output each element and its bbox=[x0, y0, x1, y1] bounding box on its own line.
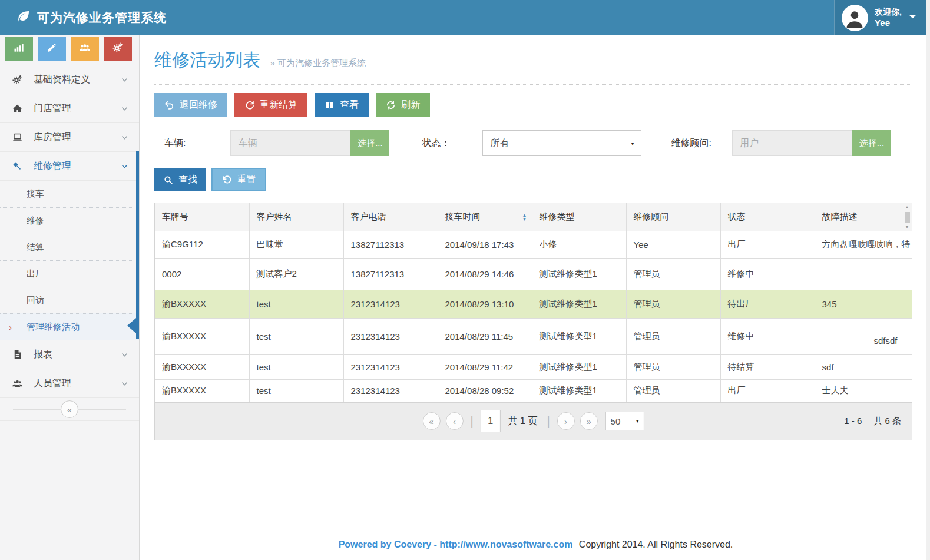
table-cell: test bbox=[249, 380, 343, 402]
sidebar-item-leave-factory[interactable]: › 出厂 bbox=[0, 260, 139, 287]
advisor-picker: 选择... bbox=[732, 130, 891, 156]
sort-icon[interactable]: ▲ ▼ bbox=[522, 213, 527, 221]
column-header-fault-desc[interactable]: 故障描述 bbox=[815, 203, 902, 231]
table-row[interactable]: 0002 测试客户2 13827112313 2014/08/29 14:46 … bbox=[155, 259, 912, 290]
table-cell: sdf bbox=[815, 355, 912, 380]
page-number-input[interactable] bbox=[481, 410, 501, 432]
advisor-choose-button[interactable]: 选择... bbox=[852, 130, 891, 156]
scroll-down-icon[interactable]: ▼ bbox=[905, 225, 909, 229]
table-cell: 管理员 bbox=[626, 380, 720, 402]
sidebar-item-manage-repair-activity[interactable]: › 管理维修活动 bbox=[0, 313, 139, 340]
column-header-receive-time[interactable]: 接车时间 ▲ ▼ bbox=[438, 203, 532, 231]
table-cell: 测试维修类型1 bbox=[532, 319, 626, 355]
view-button[interactable]: 查看 bbox=[315, 93, 369, 117]
table-row[interactable]: 渝BXXXXX test 2312314123 2014/08/28 09:52… bbox=[155, 380, 912, 402]
first-page-button[interactable]: « bbox=[422, 412, 440, 430]
toolbar: 退回维修 重新结算 查看 刷新 bbox=[154, 93, 912, 117]
page-scrollbar[interactable] bbox=[926, 0, 930, 560]
refresh-icon bbox=[386, 100, 396, 110]
sidebar-item-repair[interactable]: › 维修 bbox=[0, 207, 139, 234]
table-cell bbox=[815, 259, 912, 290]
record-total: 共 6 条 bbox=[873, 416, 901, 427]
table-cell: 维修中 bbox=[720, 319, 815, 355]
leaf-logo-icon bbox=[16, 9, 31, 26]
table-cell: 出厂 bbox=[720, 231, 815, 259]
search-icon bbox=[163, 175, 173, 185]
sidebar-item-receive-car[interactable]: › 接车 bbox=[0, 181, 139, 207]
table-cell: 13827112313 bbox=[343, 259, 438, 290]
column-header-advisor[interactable]: 维修顾问 bbox=[626, 203, 720, 231]
sidebar-item-label: 库房管理 bbox=[34, 131, 71, 144]
sidebar-item-label: 维修管理 bbox=[34, 160, 71, 173]
sidebar-item-warehouse[interactable]: 库房管理 bbox=[0, 122, 139, 151]
table-cell: 管理员 bbox=[626, 355, 720, 380]
table-cell: 渝BXXXXX bbox=[155, 355, 249, 380]
advisor-input[interactable] bbox=[732, 130, 852, 156]
vehicle-choose-button[interactable]: 选择... bbox=[350, 130, 389, 156]
sidebar-item-label: 报表 bbox=[34, 349, 52, 361]
reset-button[interactable]: 重置 bbox=[211, 168, 266, 191]
sidebar-item-repair-mgmt[interactable]: 维修管理 bbox=[0, 151, 139, 180]
status-select[interactable]: 所有 ▾ bbox=[482, 130, 641, 156]
edit-shortcut-button[interactable] bbox=[38, 37, 66, 61]
user-menu[interactable]: 欢迎你, Yee bbox=[834, 0, 930, 35]
page-size-value: 50 bbox=[611, 416, 621, 426]
status-label: 状态： bbox=[422, 137, 450, 150]
table-cell: 345 bbox=[815, 290, 912, 319]
table-cell: test bbox=[249, 290, 343, 319]
scroll-up-icon[interactable]: ▲ bbox=[905, 205, 909, 209]
vehicle-label: 车辆: bbox=[164, 137, 186, 150]
page-title: 维修活动列表 bbox=[154, 50, 260, 69]
column-header-customer-name[interactable]: 客户姓名 bbox=[249, 203, 343, 231]
find-button[interactable]: 查找 bbox=[154, 168, 206, 191]
table-row[interactable]: 渝C9G112 巴味堂 13827112313 2014/09/18 17:43… bbox=[155, 231, 912, 259]
pagination-controls: « ‹ | 共 1 页 | › » 50 ▾ bbox=[422, 410, 644, 432]
next-page-button[interactable]: › bbox=[557, 412, 575, 430]
vehicle-input[interactable] bbox=[230, 130, 350, 156]
active-item-arrow bbox=[127, 318, 136, 333]
collapse-sidebar-button[interactable]: « bbox=[61, 400, 78, 418]
stats-shortcut-button[interactable] bbox=[5, 37, 33, 61]
sidebar-item-reports[interactable]: 报表 bbox=[0, 340, 139, 369]
settings-shortcut-button[interactable] bbox=[104, 37, 132, 61]
resettle-button[interactable]: 重新结算 bbox=[234, 93, 307, 117]
table-row[interactable]: 渝BXXXXX test 2312314123 2014/08/29 11:45… bbox=[155, 319, 912, 355]
user-name: Yee bbox=[875, 17, 902, 29]
refresh-button[interactable]: 刷新 bbox=[376, 93, 430, 117]
copyright-text: Copyright 2014. All Rights Reserved. bbox=[579, 539, 733, 549]
prev-page-button[interactable]: ‹ bbox=[445, 412, 463, 430]
sidebar-menu: 基础资料定义 门店管理 库房管理 维修管理 › 接车 bbox=[0, 65, 139, 397]
column-header-customer-phone[interactable]: 客户电话 bbox=[343, 203, 438, 231]
arrow-right-icon: › bbox=[9, 322, 12, 332]
column-header-status[interactable]: 状态 bbox=[720, 203, 815, 231]
page-head: 维修活动列表 » 可为汽修业务管理系统 bbox=[154, 35, 912, 85]
table-row[interactable]: 渝BXXXXX test 2312314123 2014/08/29 11:42… bbox=[155, 355, 912, 380]
sidebar-item-label: 出厂 bbox=[27, 269, 44, 280]
sidebar-item-label: 回访 bbox=[27, 295, 44, 306]
table-cell: 2014/09/18 17:43 bbox=[438, 231, 532, 259]
gears-icon bbox=[112, 42, 124, 56]
scrollbar-thumb[interactable] bbox=[905, 212, 910, 223]
column-header-repair-type[interactable]: 维修类型 bbox=[532, 203, 626, 231]
table-cell: 渝C9G112 bbox=[155, 231, 249, 259]
table-cell: 测试客户2 bbox=[249, 259, 343, 290]
back-to-repair-button[interactable]: 退回维修 bbox=[154, 93, 227, 117]
chevron-down-icon bbox=[121, 134, 128, 141]
sidebar-item-base-data[interactable]: 基础资料定义 bbox=[0, 65, 139, 94]
total-pages-label: 共 1 页 bbox=[508, 415, 538, 428]
sidebar-item-stores[interactable]: 门店管理 bbox=[0, 94, 139, 122]
table-cell: 2312314123 bbox=[343, 380, 438, 402]
team-shortcut-button[interactable] bbox=[71, 37, 99, 61]
powered-by-link[interactable]: Powered by Coevery - http://www.novasoft… bbox=[339, 539, 573, 549]
page-size-select[interactable]: 50 ▾ bbox=[605, 412, 644, 430]
chevron-down-icon bbox=[121, 380, 128, 387]
column-header-plate[interactable]: 车牌号 bbox=[155, 203, 249, 231]
sidebar-item-follow-up[interactable]: › 回访 bbox=[0, 287, 139, 313]
table-row-selected[interactable]: 渝BXXXXX test 2312314123 2014/08/29 13:10… bbox=[155, 290, 912, 319]
table-scrollbar[interactable]: ▲ ▼ bbox=[902, 203, 912, 231]
sidebar-item-personnel[interactable]: 人员管理 bbox=[0, 369, 139, 397]
brand[interactable]: 可为汽修业务管理系统 bbox=[0, 9, 167, 26]
last-page-button[interactable]: » bbox=[580, 412, 598, 430]
sidebar-item-settle[interactable]: › 结算 bbox=[0, 234, 139, 260]
table-cell: 2014/08/29 13:10 bbox=[438, 290, 532, 319]
